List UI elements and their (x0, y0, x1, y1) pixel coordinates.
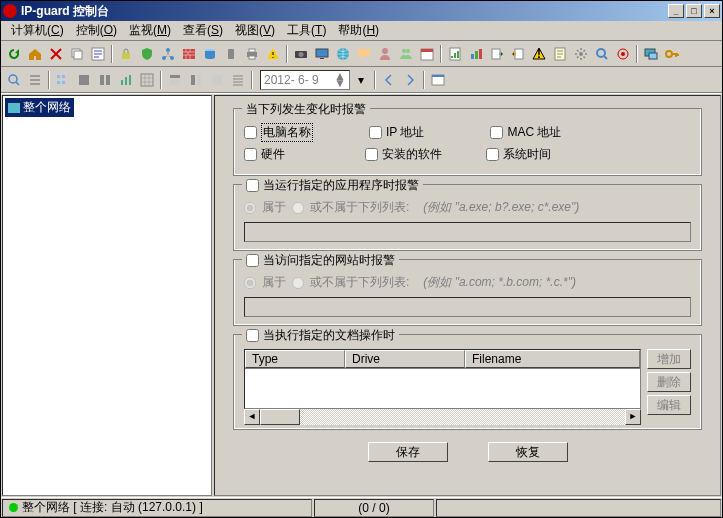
window-title: IP-guard 控制台 (21, 3, 666, 20)
maximize-button[interactable]: □ (686, 4, 702, 18)
tool-chart-icon[interactable] (466, 44, 486, 64)
chk-mac[interactable]: MAC 地址 (490, 123, 561, 142)
scroll-thumb[interactable] (260, 409, 300, 425)
svg-point-38 (9, 75, 17, 83)
save-button[interactable]: 保存 (368, 442, 448, 462)
chk-app-enable[interactable]: 当运行指定的应用程序时报警 (242, 177, 423, 194)
tool-user-icon[interactable] (375, 44, 395, 64)
tool-key-icon[interactable] (662, 44, 682, 64)
group-app-alert: 当运行指定的应用程序时报警 属于 或不属于下列列表: (例如 "a.exe; b… (233, 184, 702, 251)
group-doc-alert: 当执行指定的文档操作时 Type Drive Filename ◄ (233, 334, 702, 430)
tool-network-icon[interactable] (158, 44, 178, 64)
radio-web-notin (292, 277, 304, 289)
tool-remote-icon[interactable] (641, 44, 661, 64)
chk-software[interactable]: 安装的软件 (365, 146, 442, 163)
radio-app-in (244, 202, 256, 214)
tool-printer-icon[interactable] (242, 44, 262, 64)
col-filename[interactable]: Filename (465, 350, 640, 368)
toolbar-filter: 2012- 6- 9 ▲▼ ▾ (1, 67, 722, 93)
tool-chat-icon[interactable] (354, 44, 374, 64)
btn-add[interactable]: 增加 (647, 349, 691, 369)
scroll-right-icon[interactable]: ► (625, 409, 641, 425)
menu-computer[interactable]: 计算机(C) (5, 21, 70, 40)
filter-mode1-icon[interactable] (165, 70, 185, 90)
date-dropdown-icon[interactable]: ▾ (351, 70, 371, 90)
tool-target-icon[interactable] (613, 44, 633, 64)
doc-table-body[interactable] (245, 369, 640, 408)
filter-grid-icon[interactable] (137, 70, 157, 90)
filter-bar-icon[interactable] (116, 70, 136, 90)
chk-systime[interactable]: 系统时间 (486, 146, 551, 163)
minimize-button[interactable]: _ (668, 4, 684, 18)
svg-text:!: ! (537, 47, 541, 61)
tree-root[interactable]: 整个网络 (5, 98, 74, 117)
svg-rect-36 (649, 53, 657, 59)
restore-button[interactable]: 恢复 (488, 442, 568, 462)
tool-log-icon[interactable] (550, 44, 570, 64)
svg-rect-42 (62, 81, 65, 84)
svg-rect-46 (121, 80, 123, 85)
menu-tools[interactable]: 工具(T) (281, 21, 332, 40)
svg-rect-43 (79, 75, 89, 85)
col-drive[interactable]: Drive (345, 350, 465, 368)
filter-mode3-icon[interactable] (207, 70, 227, 90)
filter-list-icon[interactable] (25, 70, 45, 90)
tool-camera-icon[interactable] (291, 44, 311, 64)
chk-ip[interactable]: IP 地址 (369, 123, 424, 142)
filter-view2-icon[interactable] (95, 70, 115, 90)
tool-properties-icon[interactable] (88, 44, 108, 64)
tool-firewall-icon[interactable] (179, 44, 199, 64)
tool-report-icon[interactable] (445, 44, 465, 64)
chk-pcname[interactable]: 电脑名称 (244, 123, 313, 142)
tool-refresh-icon[interactable] (4, 44, 24, 64)
filter-view1-icon[interactable] (74, 70, 94, 90)
tool-calendar-icon[interactable] (417, 44, 437, 64)
tool-disk-icon[interactable] (200, 44, 220, 64)
nav-cal-icon[interactable] (428, 70, 448, 90)
tool-alert-icon[interactable] (263, 44, 283, 64)
btn-delete[interactable]: 删除 (647, 372, 691, 392)
svg-point-19 (402, 49, 406, 53)
tool-delete-icon[interactable] (46, 44, 66, 64)
menu-help[interactable]: 帮助(H) (332, 21, 385, 40)
tool-export-icon[interactable] (487, 44, 507, 64)
filter-tree-icon[interactable] (53, 70, 73, 90)
svg-rect-3 (122, 53, 130, 59)
tool-home-icon[interactable] (25, 44, 45, 64)
tool-search-icon[interactable] (592, 44, 612, 64)
filter-search-icon[interactable] (4, 70, 24, 90)
tool-shield-icon[interactable] (137, 44, 157, 64)
btn-edit[interactable]: 编辑 (647, 395, 691, 415)
nav-prev-icon[interactable] (379, 70, 399, 90)
tool-warning-icon[interactable]: ! (529, 44, 549, 64)
tool-device-icon[interactable] (221, 44, 241, 64)
date-picker[interactable]: 2012- 6- 9 ▲▼ (260, 70, 350, 90)
group-web-alert: 当访问指定的网站时报警 属于 或不属于下列列表: (例如 "a.com; *.b… (233, 259, 702, 326)
filter-mode2-icon[interactable] (186, 70, 206, 90)
date-spinner[interactable]: ▲▼ (334, 73, 346, 87)
menu-query[interactable]: 查看(S) (177, 21, 229, 40)
chk-doc-enable[interactable]: 当执行指定的文档操作时 (242, 327, 399, 344)
chk-web-enable[interactable]: 当访问指定的网站时报警 (242, 252, 399, 269)
statusbar: 整个网络 [ 连接: 自动 (127.0.0.1) ] (0 / 0) (1, 497, 722, 517)
tool-settings-icon[interactable] (571, 44, 591, 64)
menu-monitor[interactable]: 监视(M) (123, 21, 177, 40)
tool-import-icon[interactable] (508, 44, 528, 64)
tool-copy-icon[interactable] (67, 44, 87, 64)
nav-next-icon[interactable] (400, 70, 420, 90)
tool-lock-icon[interactable] (116, 44, 136, 64)
close-button[interactable]: × (704, 4, 720, 18)
col-type[interactable]: Type (245, 350, 345, 368)
svg-rect-28 (515, 49, 523, 59)
scroll-left-icon[interactable]: ◄ (244, 409, 260, 425)
tool-monitor-icon[interactable] (312, 44, 332, 64)
doc-scrollbar[interactable]: ◄ ► (244, 409, 641, 425)
svg-rect-40 (62, 75, 65, 78)
menu-control[interactable]: 控制(O) (70, 21, 123, 40)
tool-group-icon[interactable] (396, 44, 416, 64)
tool-globe-icon[interactable] (333, 44, 353, 64)
menu-view[interactable]: 视图(V) (229, 21, 281, 40)
chk-hardware[interactable]: 硬件 (244, 146, 285, 163)
filter-mode4-icon[interactable] (228, 70, 248, 90)
tree-panel[interactable]: 整个网络 (2, 95, 212, 496)
